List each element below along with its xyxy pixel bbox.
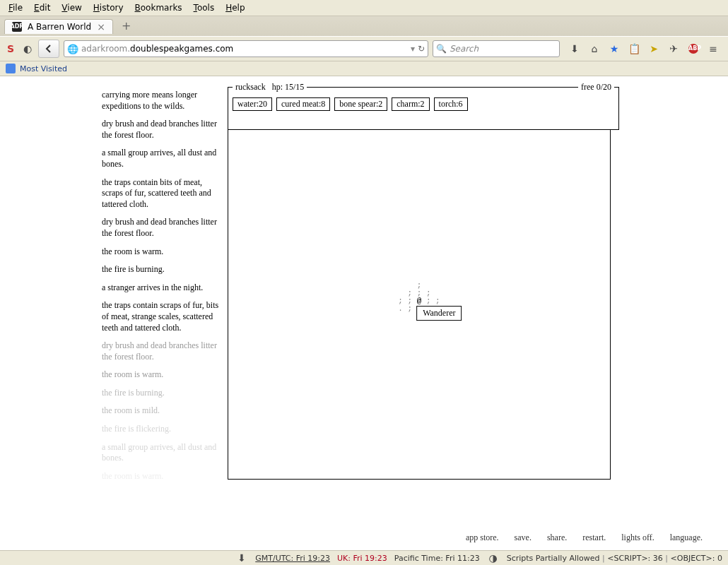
- notification: the room is warm.: [102, 246, 222, 258]
- menu-help[interactable]: Help: [221, 1, 249, 14]
- favicon: ADR: [12, 22, 22, 32]
- menu-tools[interactable]: Tools: [189, 1, 219, 14]
- rucksack-item[interactable]: cured meat:8: [276, 97, 330, 111]
- tab-title: A Barren World: [28, 22, 91, 32]
- noscript-icon[interactable]: S: [4, 42, 17, 55]
- rucksack-items: water:20cured meat:8bone spear:2charm:2t…: [233, 97, 614, 111]
- notification: dry brush and dead branches litter the f…: [102, 217, 222, 239]
- menu-bookmarks[interactable]: Bookmarks: [131, 1, 187, 14]
- nav-toolbar: S ◐ 🌐 adarkroom.doublespeakgames.com ▾ ↻…: [0, 36, 728, 61]
- world-map[interactable]: ; ; ; ; ; ; @ ; ; . ; ; ; ; Wanderer: [228, 129, 611, 480]
- search-bar[interactable]: 🔍 Search: [433, 40, 560, 57]
- browser-tab[interactable]: ADR A Barren World ×: [4, 19, 113, 34]
- menu-file[interactable]: File: [4, 1, 27, 14]
- home-icon[interactable]: ⌂: [588, 42, 601, 55]
- url-text: adarkroom.doublespeakgames.com: [81, 44, 408, 54]
- notification: a small group arrives, all dust and bone…: [102, 148, 222, 170]
- game-root: carrying more means longer expeditions t…: [0, 77, 721, 550]
- notification: the fire is burning.: [102, 388, 222, 399]
- rucksack-panel: rucksack hp: 15/15 free 0/20 water:20cur…: [228, 87, 619, 130]
- footer-link[interactable]: app store.: [466, 533, 499, 543]
- map-tooltip: Wanderer: [416, 306, 462, 321]
- notification: the room is mild.: [102, 405, 222, 417]
- search-placeholder: Search: [450, 44, 479, 54]
- notification: the room is warm.: [102, 369, 222, 381]
- rucksack-item[interactable]: torch:6: [434, 97, 468, 111]
- tab-strip: ADR A Barren World × +: [0, 16, 728, 36]
- rucksack-item[interactable]: charm:2: [392, 97, 429, 111]
- footer-links: app store.save.share.restart.lights off.…: [466, 533, 703, 543]
- menubar: FileEditViewHistoryBookmarksToolsHelp: [0, 0, 728, 16]
- notification: the fire is burning.: [102, 264, 222, 275]
- search-icon: 🔍: [436, 44, 447, 54]
- dropdown-icon[interactable]: ▾: [411, 44, 415, 54]
- back-button[interactable]: [38, 40, 59, 58]
- clock-pacific: Pacific Time: Fri 11:23: [394, 554, 480, 563]
- notification: the fire is flickering.: [102, 424, 222, 435]
- notification: dry brush and dead branches litter the f…: [102, 340, 222, 362]
- rucksack-item[interactable]: bone spear:2: [334, 97, 387, 111]
- reload-icon[interactable]: ↻: [418, 44, 425, 54]
- footer-link[interactable]: language.: [670, 533, 703, 543]
- extension-icon[interactable]: ◐: [21, 42, 34, 55]
- footer-link[interactable]: save.: [515, 533, 532, 543]
- notification: dry brush and dead branches litter the f…: [102, 119, 222, 141]
- footer-link[interactable]: lights off.: [621, 533, 654, 543]
- notification: the traps contain scraps of fur, bits of…: [102, 300, 222, 333]
- hamburger-menu-icon[interactable]: ≡: [707, 42, 720, 55]
- rucksack-free: free 0/20: [578, 82, 614, 93]
- menu-view[interactable]: View: [57, 1, 86, 14]
- clipboard-icon[interactable]: 📋: [628, 42, 640, 55]
- send-icon[interactable]: ✈: [667, 42, 680, 55]
- adblock-icon[interactable]: ABP: [687, 42, 700, 55]
- address-bar[interactable]: 🌐 adarkroom.doublespeakgames.com ▾ ↻: [64, 40, 428, 57]
- clock-gmt[interactable]: GMT/UTC: Fri 19:23: [255, 554, 330, 563]
- new-tab-button[interactable]: +: [117, 20, 135, 32]
- clock-widget: GMT/UTC: Fri 19:23 UK: Fri 19:23 Pacific…: [255, 554, 479, 563]
- page-viewport: carrying more means longer expeditions t…: [0, 76, 728, 550]
- noscript-status-icon[interactable]: ◑: [487, 552, 500, 564]
- menu-edit[interactable]: Edit: [30, 1, 54, 14]
- download-status-icon[interactable]: ⬇: [235, 552, 248, 564]
- rucksack-item[interactable]: water:20: [233, 97, 272, 111]
- footer-link[interactable]: share.: [547, 533, 567, 543]
- notification-feed: carrying more means longer expeditions t…: [102, 90, 222, 489]
- notification: the room is warm.: [102, 471, 222, 482]
- bookmark-folder-icon: [6, 64, 16, 73]
- bookmarks-toolbar: Most Visited: [0, 61, 728, 76]
- tab-close-icon[interactable]: ×: [97, 22, 105, 32]
- downloads-icon[interactable]: ⬇: [568, 42, 581, 55]
- notification: a small group arrives, all dust and bone…: [102, 442, 222, 464]
- menu-history[interactable]: History: [89, 1, 128, 14]
- notification: the traps contain bits of meat, scraps o…: [102, 177, 222, 210]
- bookmark-star-icon[interactable]: ★: [608, 42, 621, 55]
- bookmark-most-visited[interactable]: Most Visited: [20, 64, 67, 73]
- rucksack-header: rucksack hp: 15/15: [233, 82, 307, 93]
- notification: a stranger arrives in the night.: [102, 282, 222, 294]
- pointer-icon[interactable]: ➤: [647, 42, 660, 55]
- script-status: Scripts Partially Allowed | <SCRIPT>: 36…: [507, 554, 722, 563]
- clock-uk: UK: Fri 19:23: [337, 554, 387, 563]
- footer-link[interactable]: restart.: [582, 533, 606, 543]
- globe-icon: 🌐: [67, 44, 78, 54]
- notification: carrying more means longer expeditions t…: [102, 90, 222, 112]
- status-bar: ⬇ GMT/UTC: Fri 19:23 UK: Fri 19:23 Pacif…: [0, 550, 728, 565]
